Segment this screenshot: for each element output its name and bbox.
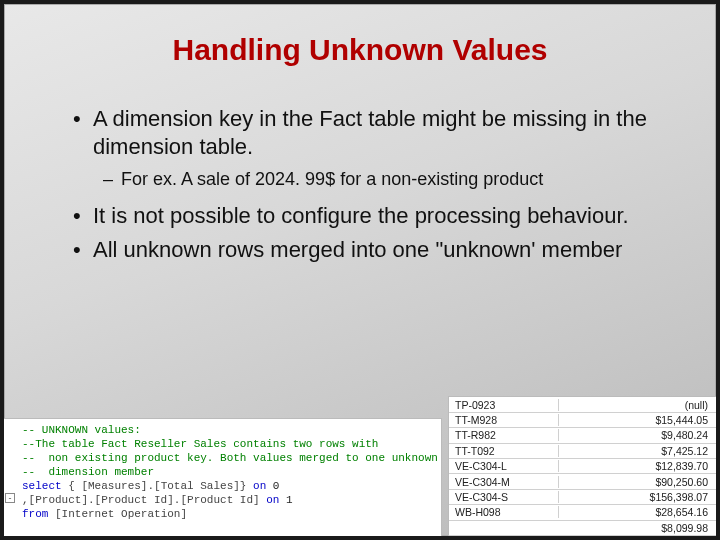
code-line: from [Internet Operation] [6,507,441,521]
cell-val: $90,250.60 [559,476,716,488]
bullet-level1: A dimension key in the Fact table might … [73,105,683,161]
table-row: TT-R982$9,480.24 [449,428,716,443]
code-comment: -- dimension member [22,466,154,478]
cell-val: (null) [559,399,716,411]
code-comment: --The table Fact Reseller Sales contains… [22,438,378,450]
cell-id: VE-C304-S [449,491,559,503]
code-comment: -- non existing product key. Both values… [22,452,438,464]
code-editor: - -- UNKNOWN values: --The table Fact Re… [4,418,442,536]
cell-id: TT-M928 [449,414,559,426]
cell-val: $12,839.70 [559,460,716,472]
cell-val: $7,425.12 [559,445,716,457]
code-line: select { [Measures].[Total Sales]} on 0 [6,479,441,493]
table-row: VE-C304-S$156,398.07 [449,490,716,505]
result-table: TP-0923(null) TT-M928$15,444.05 TT-R982$… [448,396,716,536]
table-row: $8,099.98 [449,521,716,536]
code-comment: -- UNKNOWN values: [22,424,141,436]
slide-body: A dimension key in the Fact table might … [37,105,683,264]
cell-id: VE-C304-L [449,460,559,472]
table-row: TT-T092$7,425.12 [449,444,716,459]
table-row: TT-M928$15,444.05 [449,413,716,428]
bullet-level1: All unknown rows merged into one "unknow… [73,236,683,264]
cell-val: $9,480.24 [559,429,716,441]
table-row: VE-C304-M$90,250.60 [449,474,716,489]
cell-id: VE-C304-M [449,476,559,488]
cell-id: TP-0923 [449,399,559,411]
table-row: WB-H098$28,654.16 [449,505,716,520]
table-row: TP-0923(null) [449,397,716,412]
table-row: VE-C304-L$12,839.70 [449,459,716,474]
cell-val: $15,444.05 [559,414,716,426]
cell-id: WB-H098 [449,506,559,518]
cell-id: TT-T092 [449,445,559,457]
slide-title: Handling Unknown Values [37,33,683,67]
code-line: ,[Product].[Product Id].[Product Id] on … [6,493,441,507]
bullet-level2: For ex. A sale of 2024. 99$ for a non-ex… [103,167,683,191]
fold-icon[interactable]: - [5,493,15,503]
cell-id: TT-R982 [449,429,559,441]
cell-val: $8,099.98 [559,522,716,534]
cell-val: $156,398.07 [559,491,716,503]
cell-val: $28,654.16 [559,506,716,518]
bullet-level1: It is not possible to configure the proc… [73,202,683,230]
